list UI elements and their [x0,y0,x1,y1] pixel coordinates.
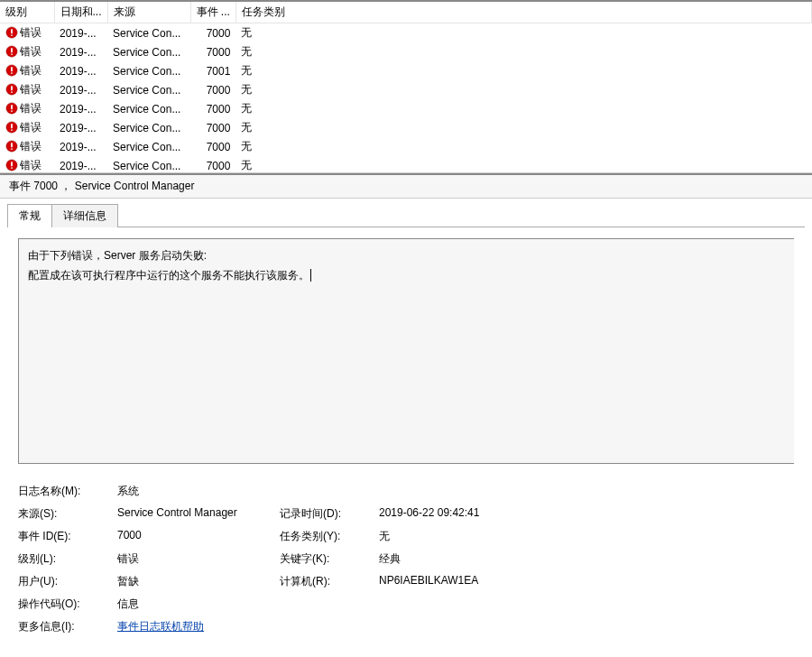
svg-rect-17 [11,129,13,131]
cell-source: Service Con... [107,137,190,156]
cell-source: Service Con... [107,23,190,43]
error-icon [5,121,18,134]
cell-eventid: 7000 [190,42,235,61]
col-date[interactable]: 日期和... [54,2,107,23]
svg-rect-8 [11,72,13,74]
error-icon [5,45,18,58]
label-moreinfo: 更多信息(I): [18,619,117,634]
cell-eventid: 7000 [190,23,235,43]
cell-level: 错误 [20,26,42,39]
tab-strip: 常规详细信息 由于下列错误，Server 服务启动失败: 配置成在该可执行程序中… [0,199,812,647]
event-table[interactable]: 级别 日期和... 来源 事件 ... 任务类别 错误2019-...Servi… [0,2,812,173]
label-opcode: 操作代码(O): [18,597,117,612]
label-category: 任务类别(Y): [280,529,379,544]
cell-level: 错误 [20,45,42,58]
svg-rect-20 [11,148,13,150]
cell-source: Service Con... [107,118,190,137]
label-eventid: 事件 ID(E): [18,529,117,544]
tab-details[interactable]: 详细信息 [51,204,118,227]
svg-rect-2 [11,34,13,36]
svg-rect-7 [11,67,13,71]
value-computer: NP6IAEBILKAW1EA [379,574,794,589]
cell-cat: 无 [235,23,811,43]
cell-source: Service Con... [107,80,190,99]
col-source[interactable]: 来源 [107,2,190,23]
event-message-line1: 由于下列错误，Server 服务启动失败: [28,246,785,266]
cell-eventid: 7000 [190,99,235,118]
label-keywords: 关键字(K): [280,551,379,567]
cell-date: 2019-... [54,156,107,173]
svg-rect-5 [11,53,13,55]
detail-pane: 事件 7000 ， Service Control Manager 常规详细信息… [0,173,812,647]
cell-level: 错误 [20,121,42,134]
svg-rect-14 [11,110,13,112]
event-fields: 日志名称(M): 系统 来源(S): Service Control Manag… [18,480,794,638]
cell-eventid: 7000 [190,80,235,99]
label-source: 来源(S): [18,506,117,522]
svg-rect-1 [11,29,13,33]
table-row[interactable]: 错误2019-...Service Con...7000无 [0,23,812,43]
label-logged: 记录时间(D): [280,506,379,522]
cell-date: 2019-... [54,80,107,99]
table-header-row[interactable]: 级别 日期和... 来源 事件 ... 任务类别 [0,2,812,23]
value-category: 无 [379,529,794,544]
svg-rect-23 [11,167,13,169]
cell-cat: 无 [235,80,811,99]
cell-source: Service Con... [107,42,190,61]
cell-date: 2019-... [54,99,107,118]
value-eventid: 7000 [117,529,280,544]
col-eventid[interactable]: 事件 ... [190,2,235,23]
cell-date: 2019-... [54,61,107,80]
cell-cat: 无 [235,42,811,61]
label-computer: 计算机(R): [280,574,379,589]
table-row[interactable]: 错误2019-...Service Con...7001无 [0,61,812,80]
link-online-help[interactable]: 事件日志联机帮助 [117,620,204,633]
svg-rect-19 [11,143,13,147]
table-row[interactable]: 错误2019-...Service Con...7000无 [0,99,812,118]
cell-cat: 无 [235,156,811,173]
value-keywords: 经典 [379,551,794,567]
tab-panel-general: 由于下列错误，Server 服务启动失败: 配置成在该可执行程序中运行的这个服务… [7,227,805,647]
label-user: 用户(U): [18,574,117,589]
cell-level: 错误 [20,140,42,153]
value-opcode: 信息 [117,597,280,612]
cell-date: 2019-... [54,118,107,137]
svg-rect-22 [11,162,13,166]
svg-rect-16 [11,124,13,128]
cell-level: 错误 [20,83,42,96]
cell-source: Service Con... [107,99,190,118]
cell-cat: 无 [235,118,811,137]
event-message-line2: 配置成在该可执行程序中运行的这个服务不能执行该服务。 [28,266,785,286]
cell-date: 2019-... [54,23,107,43]
cell-level: 错误 [20,159,42,171]
svg-rect-11 [11,91,13,93]
cell-eventid: 7000 [190,137,235,156]
cell-eventid: 7001 [190,61,235,80]
error-icon [5,64,18,77]
cell-level: 错误 [20,102,42,115]
value-logname: 系统 [117,484,280,499]
value-level: 错误 [117,551,280,567]
table-row[interactable]: 错误2019-...Service Con...7000无 [0,42,812,61]
table-row[interactable]: 错误2019-...Service Con...7000无 [0,118,812,137]
table-row[interactable]: 错误2019-...Service Con...7000无 [0,80,812,99]
value-user: 暂缺 [117,574,280,589]
tab-general[interactable]: 常规 [7,204,52,227]
error-icon [5,26,18,39]
cell-date: 2019-... [54,42,107,61]
label-logname: 日志名称(M): [18,484,117,499]
cell-cat: 无 [235,137,811,156]
cell-level: 错误 [20,64,42,77]
label-level: 级别(L): [18,551,117,567]
cell-date: 2019-... [54,137,107,156]
table-row[interactable]: 错误2019-...Service Con...7000无 [0,156,812,173]
cell-cat: 无 [235,61,811,80]
col-level[interactable]: 级别 [0,2,54,23]
svg-rect-4 [11,48,13,52]
svg-rect-10 [11,86,13,90]
col-category[interactable]: 任务类别 [235,2,811,23]
table-row[interactable]: 错误2019-...Service Con...7000无 [0,137,812,156]
event-message: 由于下列错误，Server 服务启动失败: 配置成在该可执行程序中运行的这个服务… [18,238,794,464]
cell-eventid: 7000 [190,118,235,137]
error-icon [5,102,18,115]
